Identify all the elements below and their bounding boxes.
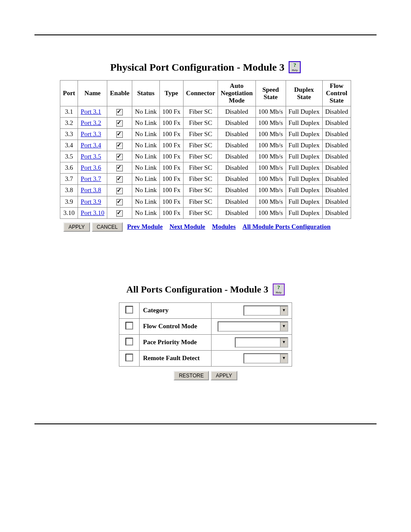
table-row: 3.9Port 3.9No Link100 FxFiber SCDisabled… (60, 196, 351, 207)
row-checkbox[interactable] (125, 354, 133, 361)
allports-row: Category (119, 302, 292, 318)
dropdown[interactable] (243, 305, 288, 316)
port-cell: 3.2 (60, 118, 78, 129)
enable-checkbox[interactable] (116, 176, 123, 183)
enable-checkbox[interactable] (116, 210, 123, 217)
flow-cell: Disabled (322, 118, 351, 129)
connector-cell: Fiber SC (183, 140, 218, 151)
type-cell: 100 Fx (159, 196, 183, 207)
port-link[interactable]: Port 3.7 (81, 175, 101, 182)
aneg-cell: Disabled (218, 207, 255, 218)
cancel-button[interactable]: CANCEL (92, 222, 123, 232)
flow-cell: Disabled (322, 162, 351, 174)
apply-button-2[interactable]: APPLY (211, 371, 237, 380)
flow-cell: Disabled (322, 174, 351, 185)
enable-checkbox[interactable] (116, 120, 123, 127)
aneg-cell: Disabled (218, 129, 255, 140)
section2-title: All Ports Configuration - Module 3 (126, 284, 268, 295)
duplex-cell: Full Duplex (286, 151, 322, 162)
connector-cell: Fiber SC (183, 174, 218, 185)
port-cell: 3.6 (60, 162, 78, 174)
section1-title: Physical Port Configuration - Module 3 (110, 62, 285, 73)
col-header: Port (60, 81, 78, 106)
dropdown[interactable] (243, 353, 288, 364)
flow-cell: Disabled (322, 106, 351, 118)
col-header: Status (132, 81, 159, 106)
port-link[interactable]: Port 3.5 (81, 153, 101, 160)
port-link[interactable]: Port 3.3 (81, 131, 101, 137)
nav-row: APPLY CANCEL Prev Module Next Module Mod… (63, 222, 348, 232)
col-header: FlowControlState (322, 81, 351, 106)
connector-cell: Fiber SC (183, 207, 218, 218)
port-link[interactable]: Port 3.1 (81, 108, 101, 115)
dropdown[interactable] (235, 337, 288, 348)
flow-cell: Disabled (322, 129, 351, 140)
type-cell: 100 Fx (159, 106, 183, 118)
allports-row: Flow Control Mode (119, 318, 292, 334)
all-module-ports-link[interactable]: All Module Ports Configuration (243, 223, 331, 230)
type-cell: 100 Fx (159, 151, 183, 162)
port-link[interactable]: Port 3.10 (81, 209, 104, 216)
status-cell: No Link (132, 129, 159, 140)
speed-cell: 100 Mb/s (255, 185, 286, 196)
connector-cell: Fiber SC (183, 185, 218, 196)
enable-checkbox[interactable] (116, 143, 123, 149)
col-header: SpeedState (255, 81, 286, 106)
duplex-cell: Full Duplex (286, 185, 322, 196)
enable-checkbox[interactable] (116, 109, 123, 115)
status-cell: No Link (132, 162, 159, 174)
port-link[interactable]: Port 3.2 (81, 119, 101, 126)
row-label: Category (140, 302, 212, 318)
enable-checkbox[interactable] (116, 131, 123, 138)
port-cell: 3.4 (60, 140, 78, 151)
col-header: Name (78, 81, 107, 106)
connector-cell: Fiber SC (183, 129, 218, 140)
help-icon[interactable]: ? Help (289, 61, 301, 73)
modules-link[interactable]: Modules (212, 223, 236, 230)
port-link[interactable]: Port 3.6 (81, 164, 101, 171)
dropdown[interactable] (218, 321, 288, 332)
speed-cell: 100 Mb/s (255, 106, 286, 118)
prev-module-link[interactable]: Prev Module (127, 223, 163, 230)
section2-buttons: RESTORE APPLY (34, 371, 377, 380)
row-checkbox[interactable] (125, 322, 133, 330)
help-icon[interactable]: ? Help (273, 283, 285, 296)
type-cell: 100 Fx (159, 140, 183, 151)
enable-checkbox[interactable] (116, 165, 123, 171)
duplex-cell: Full Duplex (286, 174, 322, 185)
type-cell: 100 Fx (159, 162, 183, 174)
allports-row: Remote Fault Detect (119, 350, 292, 366)
aneg-cell: Disabled (218, 106, 255, 118)
col-header: Connector (183, 81, 218, 106)
table-row: 3.3Port 3.3No Link100 FxFiber SCDisabled… (60, 129, 351, 140)
next-module-link[interactable]: Next Module (169, 223, 205, 230)
aneg-cell: Disabled (218, 196, 255, 207)
status-cell: No Link (132, 207, 159, 218)
aneg-cell: Disabled (218, 174, 255, 185)
enable-checkbox[interactable] (116, 199, 123, 205)
connector-cell: Fiber SC (183, 118, 218, 129)
enable-checkbox[interactable] (116, 188, 123, 194)
type-cell: 100 Fx (159, 207, 183, 218)
status-cell: No Link (132, 151, 159, 162)
table-row: 3.6Port 3.6No Link100 FxFiber SCDisabled… (60, 162, 351, 174)
enable-checkbox[interactable] (116, 154, 123, 160)
port-link[interactable]: Port 3.8 (81, 187, 101, 193)
duplex-cell: Full Duplex (286, 118, 322, 129)
speed-cell: 100 Mb/s (255, 151, 286, 162)
port-link[interactable]: Port 3.9 (81, 198, 101, 205)
status-cell: No Link (132, 196, 159, 207)
row-checkbox[interactable] (125, 338, 133, 345)
port-cell: 3.9 (60, 196, 78, 207)
speed-cell: 100 Mb/s (255, 207, 286, 218)
speed-cell: 100 Mb/s (255, 118, 286, 129)
duplex-cell: Full Duplex (286, 207, 322, 218)
row-checkbox[interactable] (125, 306, 133, 314)
table-row: 3.5Port 3.5No Link100 FxFiber SCDisabled… (60, 151, 351, 162)
port-link[interactable]: Port 3.4 (81, 142, 101, 149)
port-cell: 3.10 (60, 207, 78, 218)
type-cell: 100 Fx (159, 174, 183, 185)
apply-button[interactable]: APPLY (63, 222, 90, 232)
duplex-cell: Full Duplex (286, 140, 322, 151)
restore-button[interactable]: RESTORE (174, 371, 209, 380)
